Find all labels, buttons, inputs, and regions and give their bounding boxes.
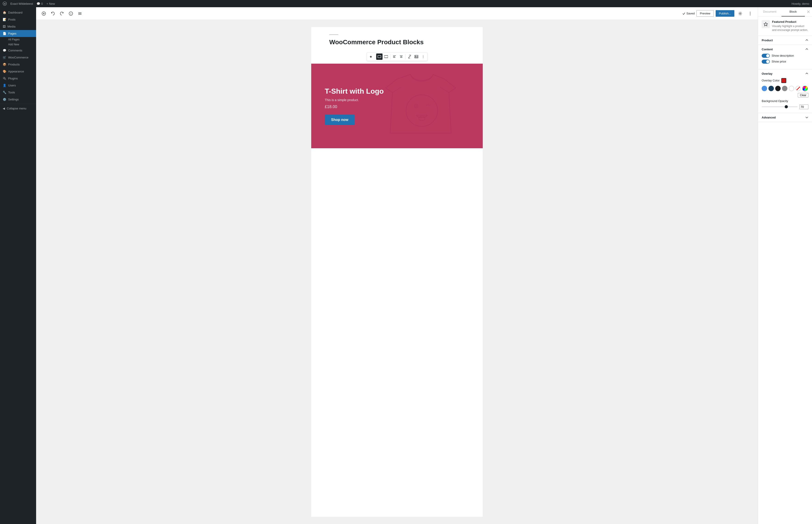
sidebar-item-dashboard[interactable]: 🏠 Dashboard [0,9,36,16]
chevron-up-icon [805,38,808,42]
menu-icon [78,12,82,16]
block-link-button[interactable] [407,53,413,60]
chevron-up-icon-content [805,48,808,51]
content-section: Content Show description Show price [758,45,812,69]
block-wide-button[interactable] [376,53,383,60]
preview-button[interactable]: Preview [696,10,714,17]
tab-document[interactable]: Document [758,7,781,16]
opacity-label: Background Opacity [762,99,808,103]
more-options-button[interactable] [746,10,754,18]
show-description-toggle[interactable] [762,54,770,58]
tab-block[interactable]: Block [781,7,805,16]
sidebar-item-pages[interactable]: 📄 Pages [0,30,36,37]
overlay-color-active[interactable] [781,78,786,83]
clear-color-button[interactable]: Clear [798,93,808,98]
overlay-color-label: Overlay Color [762,79,779,82]
opacity-value[interactable] [799,104,808,109]
dashboard-icon: 🏠 [3,11,6,14]
menu-button[interactable] [76,10,84,18]
show-price-toggle[interactable] [762,60,770,64]
publish-button[interactable]: Publish... [716,10,734,17]
advanced-section-header[interactable]: Advanced [758,113,812,122]
show-price-row: Show price [762,60,808,64]
check-icon [682,12,685,15]
color-swatch-transparent[interactable] [796,86,801,91]
block-align-center-button[interactable] [398,53,404,60]
main-layout: 🏠 Dashboard 📝 Posts 🖼 Media 📄 Pages All … [0,7,812,524]
content-section-header[interactable]: Content [758,45,812,54]
sidebar-sub-add-new[interactable]: Add New [0,42,36,47]
color-swatch-white[interactable] [789,86,794,91]
color-swatch-blue-light[interactable] [762,86,767,91]
sidebar-item-woocommerce[interactable]: 🛒 WooCommerce [0,54,36,61]
sidebar-item-media[interactable]: 🖼 Media [0,23,36,30]
site-name[interactable]: Exact Wildebeest [11,2,33,5]
toolbar-sep-2 [390,54,391,59]
star-icon [763,22,768,27]
page-title[interactable]: WooCommerce Product Blocks [329,38,465,46]
link-icon [408,55,411,59]
sidebar-item-settings[interactable]: ⚙️ Settings [0,96,36,103]
show-price-label: Show price [772,60,786,63]
plugins-icon: 🔌 [3,77,6,80]
sidebar-item-users[interactable]: 👤 Users [0,82,36,89]
products-icon: 📦 [3,63,6,66]
new-item[interactable]: + New [47,2,55,5]
sidebar-item-comments[interactable]: 💬 Comments [0,47,36,54]
howdy-text: Howdy, demo [792,2,809,5]
product-description: This is a simple product. [325,98,384,102]
chevron-down-icon [805,116,808,119]
comments-count[interactable]: 💬 0 [36,2,43,5]
sidebar-item-appearance[interactable]: 🎨 Appearance [0,68,36,75]
align-center-icon [399,55,403,59]
undo-button[interactable] [49,10,57,18]
full-align-icon [384,55,388,59]
featured-product-content: T-Shirt with Logo This is a simple produ… [311,76,397,136]
page-title-area: WooCommerce Product Blocks [311,27,483,50]
chevron-up-icon-overlay [805,72,808,75]
comments-icon: 💬 [3,49,6,52]
block-full-button[interactable] [383,53,389,60]
sidebar-item-tools[interactable]: 🔧 Tools [0,89,36,96]
show-description-row: Show description [762,54,808,58]
sidebar-item-products[interactable]: 📦 Products [0,61,36,68]
color-swatch-gray[interactable] [782,86,788,91]
star-icon-wrap [762,20,770,28]
product-section: Product [758,36,812,45]
undo-icon [51,12,55,16]
editor-page: WooCommerce Product Blocks ★ [311,27,483,517]
product-section-header[interactable]: Product [758,36,812,45]
wp-logo-icon: W [3,2,7,6]
sidebar-sub-all-pages[interactable]: All Pages [0,37,36,42]
opacity-row [762,104,808,109]
color-swatches [762,86,808,91]
toolbar-right: Saved Preview Publish... [682,10,754,18]
overlay-section-header[interactable]: Overlay [758,69,812,78]
opacity-slider[interactable] [762,106,798,107]
shop-now-button[interactable]: Shop now [325,115,354,125]
redo-button[interactable] [58,10,66,18]
block-toolbar-container: ★ [311,51,483,63]
collapse-menu[interactable]: ◀ Collapse menu [0,105,36,112]
sidebar-item-plugins[interactable]: 🔌 Plugins [0,75,36,82]
color-swatch-black[interactable] [775,86,781,91]
color-swatch-blue-dark[interactable] [768,86,774,91]
svg-point-14 [750,14,751,15]
appearance-icon: 🎨 [3,70,6,73]
settings-button[interactable] [736,10,744,18]
close-panel-button[interactable] [805,7,812,16]
right-panel: Document Block Featured Product Visually… [758,7,812,524]
svg-rect-15 [378,55,381,58]
add-block-button[interactable] [40,10,48,18]
block-star-button[interactable]: ★ [368,53,374,60]
block-align-left-button[interactable] [391,53,398,60]
editor-toolbar: Saved Preview Publish... [36,7,758,20]
overlay-section-body: Overlay Color Clear Background Opacity [758,78,812,113]
sidebar-item-posts[interactable]: 📝 Posts [0,16,36,23]
color-swatch-gradient[interactable] [802,86,808,91]
block-image-button[interactable] [413,53,419,60]
info-button[interactable] [67,10,75,18]
content-section-body: Show description Show price [758,54,812,69]
sidebar: 🏠 Dashboard 📝 Posts 🖼 Media 📄 Pages All … [0,7,36,524]
block-more-button[interactable]: ⋮ [420,53,426,60]
